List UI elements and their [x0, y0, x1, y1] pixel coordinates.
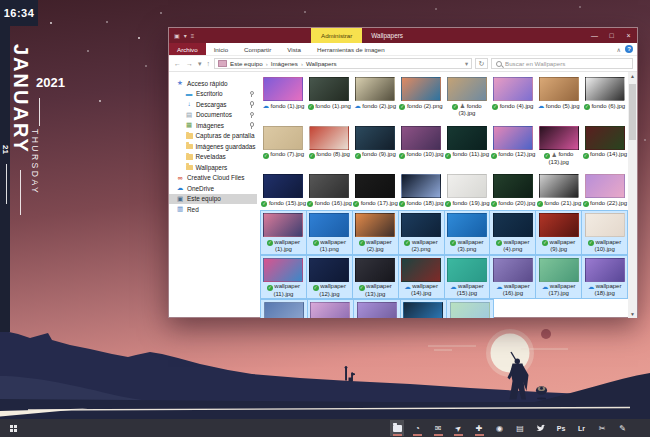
title-bar[interactable]: ▣ ▾ ≡ Administrar Wallpapers — □ ×	[169, 28, 637, 43]
file-item[interactable]: ✓wallpaper (11).jpg	[261, 256, 306, 299]
sidebar-item-red[interactable]: ▥Red	[169, 204, 257, 215]
file-thumbnail[interactable]	[401, 126, 441, 150]
file-thumbnail[interactable]	[493, 174, 533, 198]
file-thumbnail[interactable]	[401, 213, 441, 237]
file-thumbnail[interactable]	[355, 258, 395, 282]
file-thumbnail[interactable]	[539, 174, 579, 198]
file-item[interactable]: ✓fondo (17).jpg	[353, 172, 398, 208]
file-item[interactable]: ✓fondo (2).png	[399, 75, 444, 118]
file-thumbnail[interactable]	[585, 77, 625, 101]
sidebar-item-wallpapers[interactable]: Wallpapers	[169, 162, 257, 173]
file-item[interactable]: ☁fondo (5).jpg	[536, 75, 581, 118]
refresh-button[interactable]: ↻	[475, 58, 488, 69]
file-item[interactable]: ✓♟fondo (3).jpg	[445, 75, 490, 118]
file-thumbnail[interactable]	[539, 258, 579, 282]
sidebar-item-este-equipo[interactable]: ▣Este equipo	[169, 194, 257, 205]
forward-button[interactable]: →	[185, 60, 194, 67]
file-item[interactable]: ☁fondo (2).jpg	[353, 75, 398, 118]
file-item[interactable]: ☁wallpaper (16).jpg	[490, 256, 535, 299]
sidebar-item-imágenes-guardadas[interactable]: Imágenes guardadas	[169, 141, 257, 152]
history-dropdown-icon[interactable]: ▾	[197, 60, 203, 68]
file-thumbnail[interactable]	[263, 174, 303, 198]
file-thumbnail[interactable]	[309, 77, 349, 101]
mail-icon[interactable]: ✉	[431, 420, 445, 436]
file-thumbnail[interactable]	[447, 174, 487, 198]
file-item[interactable]: ✓fondo (18).jpg	[399, 172, 444, 208]
menu-tab-archivo[interactable]: Archivo	[169, 43, 206, 55]
contextual-tab-administrar[interactable]: Administrar	[311, 28, 362, 43]
sidebar-item-descargas[interactable]: ↓Descargas	[169, 99, 257, 110]
lightroom-icon[interactable]: Lr	[575, 420, 589, 436]
breadcrumb-item[interactable]: Imágenes	[271, 60, 298, 67]
sidebar-item-reveladas[interactable]: Reveladas	[169, 152, 257, 163]
menu-tab-compartir[interactable]: Compartir	[236, 43, 279, 55]
file-thumbnail[interactable]	[309, 213, 349, 237]
file-item[interactable]: ✓wallpaper (13).jpg	[353, 256, 398, 299]
file-item[interactable]: ✓fondo (22).jpg	[582, 172, 627, 208]
file-thumbnail[interactable]	[401, 174, 441, 198]
breadcrumb[interactable]: Este equipo›Imágenes›Wallpapers ▾	[214, 58, 472, 69]
file-thumbnail[interactable]	[585, 258, 625, 282]
file-thumbnail[interactable]	[263, 77, 303, 101]
file-explorer-icon[interactable]	[390, 420, 404, 436]
address-dropdown-icon[interactable]: ▾	[465, 60, 468, 67]
file-thumbnail[interactable]	[539, 213, 579, 237]
file-thumbnail[interactable]	[263, 126, 303, 150]
file-item[interactable]: ☁fondo (1).jpg	[261, 75, 306, 118]
file-item[interactable]: ✓wallpaper (23).jpg	[447, 300, 493, 318]
notes-icon[interactable]: ▤	[513, 420, 527, 436]
menu-tab-inicio[interactable]: Inicio	[206, 43, 236, 55]
file-item[interactable]: ✓fondo (11).jpg	[445, 124, 490, 167]
file-item[interactable]: ✓fondo (10).jpg	[399, 124, 444, 167]
file-thumbnail[interactable]	[263, 213, 303, 237]
up-button[interactable]: ↑	[206, 60, 212, 67]
file-item[interactable]: ✓fondo (1).png	[307, 75, 352, 118]
browser-icon[interactable]: ◔	[411, 420, 425, 436]
file-item[interactable]: ✓♟fondo (13).jpg	[536, 124, 581, 167]
sidebar-item-creative-cloud-files[interactable]: ∞Creative Cloud Files	[169, 173, 257, 184]
file-item[interactable]: ✓wallpaper (2).png	[399, 211, 444, 254]
file-item[interactable]: ✓wallpaper (9).jpg	[536, 211, 581, 254]
scroll-down-icon[interactable]: ▼	[630, 310, 635, 318]
file-item[interactable]: ☁wallpaper (19).jpg	[261, 300, 307, 318]
file-item[interactable]: ✓fondo (15).jpg	[261, 172, 306, 208]
sidebar-item-escritorio[interactable]: ▬Escritorio	[169, 89, 257, 100]
sidebar-item-imágenes[interactable]: ▦Imágenes	[169, 120, 257, 131]
file-thumbnail[interactable]	[309, 174, 349, 198]
file-thumbnail[interactable]	[585, 174, 625, 198]
file-thumbnail[interactable]	[357, 302, 397, 318]
file-thumbnail[interactable]	[493, 213, 533, 237]
scrollbar-thumb[interactable]	[629, 84, 636, 140]
menu-tab-herramientas-de-imagen[interactable]: Herramientas de imagen	[309, 43, 393, 55]
search-input[interactable]: Buscar en Wallpapers	[491, 58, 633, 69]
maximize-button[interactable]: □	[603, 28, 620, 43]
file-thumbnail[interactable]	[355, 126, 395, 150]
twitter-icon[interactable]	[534, 420, 548, 436]
photoshop-icon[interactable]: Ps	[554, 420, 568, 436]
menu-tab-vista[interactable]: Vista	[279, 43, 309, 55]
file-thumbnail[interactable]	[493, 258, 533, 282]
file-thumbnail[interactable]	[447, 126, 487, 150]
pen-icon[interactable]: ✎	[616, 420, 630, 436]
file-item[interactable]: ✓fondo (20).jpg	[490, 172, 535, 208]
file-item[interactable]: ✓wallpaper (20).jpg	[308, 300, 354, 318]
file-thumbnail[interactable]	[493, 77, 533, 101]
breadcrumb-item[interactable]: Wallpapers	[306, 60, 337, 67]
file-item[interactable]: ✓fondo (12).jpg	[490, 124, 535, 167]
file-item[interactable]: ✓wallpaper (4).png	[490, 211, 535, 254]
sidebar-item-acceso-rápido[interactable]: ★Acceso rápido	[169, 78, 257, 89]
file-thumbnail[interactable]	[585, 213, 625, 237]
sidebar-item-capturas-de-pantalla[interactable]: Capturas de pantalla	[169, 131, 257, 142]
app-cross-icon[interactable]: ✚	[472, 420, 486, 436]
file-thumbnail[interactable]	[450, 302, 490, 318]
file-item[interactable]: ✓wallpaper (21).jpg	[354, 300, 400, 318]
spotify-icon[interactable]: ◉	[493, 420, 507, 436]
file-thumbnail[interactable]	[355, 174, 395, 198]
file-item[interactable]: ☁wallpaper (18).jpg	[582, 256, 627, 299]
file-thumbnail[interactable]	[447, 77, 487, 101]
back-button[interactable]: ←	[173, 60, 182, 67]
file-thumbnail[interactable]	[539, 77, 579, 101]
scroll-up-icon[interactable]: ▲	[630, 72, 635, 80]
file-item[interactable]: ✓fondo (14).jpg	[582, 124, 627, 167]
file-item[interactable]: ✓wallpaper (3).png	[445, 211, 490, 254]
